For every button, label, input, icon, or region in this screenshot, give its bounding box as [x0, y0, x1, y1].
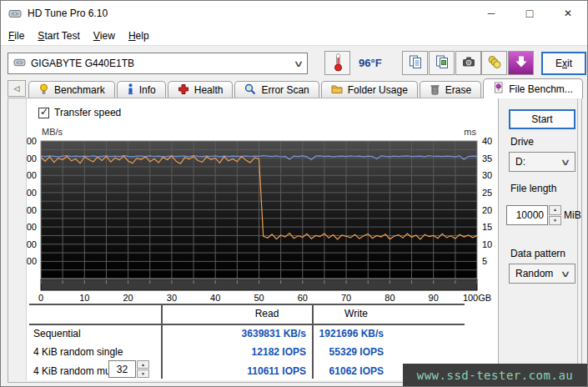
file-length-input[interactable] — [506, 205, 548, 225]
svg-text:ms: ms — [464, 127, 476, 137]
download-arrow-icon — [514, 54, 529, 72]
value-sequential-write: 1921696 KB/s — [310, 328, 384, 341]
benchmark-chart: 5001000150020002500300035004000510152025… — [27, 123, 499, 305]
svg-text:10: 10 — [79, 293, 89, 303]
svg-text:80: 80 — [384, 293, 395, 303]
tab-erase[interactable]: Erase — [420, 81, 481, 98]
svg-text:500: 500 — [27, 256, 37, 266]
tab-error-scan[interactable]: Error Scan — [234, 81, 319, 98]
menu-file[interactable]: File — [2, 26, 31, 45]
value-sequential-read: 3639831 KB/s — [168, 328, 306, 341]
drive-select[interactable]: D: ∨ — [509, 152, 575, 172]
spin-down-icon[interactable]: ▼ — [137, 369, 149, 378]
svg-text:5: 5 — [482, 256, 487, 266]
checkmark-icon: ✓ — [40, 106, 48, 118]
table-header-rule — [29, 324, 465, 325]
svg-text:50: 50 — [254, 293, 264, 303]
tab-folder-usage[interactable]: Folder Usage — [321, 81, 418, 98]
file-length-label: File length — [510, 183, 556, 194]
exit-button[interactable]: Exit — [541, 52, 586, 75]
svg-text:10: 10 — [482, 239, 492, 249]
folder-usage-icon — [331, 83, 343, 97]
svg-text:1000: 1000 — [27, 239, 37, 249]
svg-text:70: 70 — [341, 293, 351, 303]
tab-bar: ◁ Benchmark Info Health Error Scan Folde… — [8, 78, 582, 98]
file-length-spinner: ▲ ▼ — [549, 205, 561, 225]
temperature-value: 96°F — [359, 57, 382, 69]
chart-panel: ✓ Transfer speed 50010001500200025003000… — [26, 98, 499, 380]
checkbox-label: Transfer speed — [54, 107, 121, 118]
menu-view[interactable]: View — [87, 26, 122, 45]
svg-text:3000: 3000 — [27, 170, 37, 180]
queue-depth-input[interactable] — [108, 360, 136, 378]
row-label-random-single: 4 KiB random single — [33, 346, 123, 359]
checkbox-box[interactable]: ✓ — [38, 108, 49, 118]
menu-help[interactable]: Help — [122, 26, 156, 45]
minimize-button[interactable]: ─ — [472, 1, 510, 26]
spin-up-icon[interactable]: ▲ — [549, 205, 561, 215]
svg-text:40: 40 — [482, 136, 492, 146]
svg-text:4000: 4000 — [27, 136, 37, 146]
svg-text:3500: 3500 — [27, 153, 37, 163]
info-icon — [127, 83, 134, 98]
thermometer-icon — [333, 53, 343, 74]
controls-panel: Start Drive D: ∨ File length ▲ ▼ MiB Dat… — [499, 98, 578, 382]
start-button[interactable]: Start — [509, 109, 575, 129]
tab-info[interactable]: Info — [117, 81, 166, 98]
svg-text:35: 35 — [482, 153, 492, 163]
row-label-sequential: Sequential — [33, 328, 81, 341]
transfer-speed-checkbox[interactable]: ✓ Transfer speed — [38, 107, 121, 118]
tab-health[interactable]: Health — [168, 81, 234, 98]
value-random-multi-read: 110611 IOPS — [168, 365, 306, 379]
data-pattern-label: Data pattern — [510, 248, 565, 259]
value-random-multi-write: 61062 IOPS — [310, 365, 384, 379]
svg-text:1500: 1500 — [27, 222, 37, 232]
svg-text:20: 20 — [482, 205, 492, 215]
menu-start-test[interactable]: Start Test — [31, 26, 86, 45]
copy-text-button[interactable] — [402, 51, 428, 75]
app-window: HD Tune Pro 6.10 ─ □ ✕ File Start Test V… — [0, 0, 588, 387]
svg-text:90: 90 — [429, 293, 439, 303]
toolbar: GIGABYTE G440E1TB ∨ 96°F — [1, 45, 587, 78]
table-top-rule — [29, 304, 465, 305]
download-button[interactable] — [508, 51, 534, 75]
disk-icon — [13, 58, 26, 70]
save-results-button[interactable] — [481, 51, 507, 75]
copy-image-icon — [435, 54, 450, 72]
copy-image-button[interactable] — [429, 51, 455, 75]
tab-file-benchmark[interactable]: File Benchm... — [483, 78, 583, 98]
window-title: HD Tune Pro 6.10 — [28, 8, 108, 19]
close-button[interactable]: ✕ — [549, 1, 587, 26]
tab-scroll-left-button[interactable]: ◁ — [8, 80, 26, 97]
spin-down-icon[interactable]: ▼ — [549, 216, 561, 226]
drive-label: Drive — [510, 136, 534, 148]
data-pattern-select[interactable]: Random ∨ — [509, 264, 575, 284]
column-header-write: Write — [281, 308, 431, 321]
file-length-unit: MiB — [564, 209, 581, 221]
svg-text:30: 30 — [482, 170, 492, 180]
queue-depth-spinner: ▲ ▼ — [108, 360, 149, 378]
drive-selector-value: GIGABYTE G440E1TB — [31, 58, 295, 69]
benchmark-bulb-icon — [38, 83, 49, 98]
svg-text:2000: 2000 — [27, 205, 37, 215]
svg-text:0: 0 — [38, 293, 43, 303]
row-label-random-multi: 4 KiB random multi — [33, 365, 118, 379]
drive-selector[interactable]: GIGABYTE G440E1TB ∨ — [8, 53, 308, 74]
title-bar: HD Tune Pro 6.10 ─ □ ✕ — [1, 1, 587, 26]
svg-text:MB/s: MB/s — [42, 127, 63, 137]
maximize-button[interactable]: □ — [510, 1, 549, 26]
file-benchmark-icon — [493, 82, 504, 96]
disk-icon — [8, 8, 22, 19]
watermark: www.ssd-tester.com.au — [403, 364, 587, 386]
chevron-down-icon: ∨ — [294, 58, 304, 69]
spin-up-icon[interactable]: ▲ — [137, 360, 149, 369]
tab-benchmark[interactable]: Benchmark — [28, 81, 115, 98]
temperature-button[interactable] — [324, 51, 350, 75]
screenshot-button[interactable] — [455, 51, 481, 75]
svg-text:30: 30 — [167, 293, 177, 303]
menu-bar: File Start Test View Help — [1, 26, 587, 45]
health-cross-icon — [178, 83, 189, 98]
table-divider-1 — [161, 304, 163, 379]
svg-text:60: 60 — [298, 293, 308, 303]
svg-text:20: 20 — [123, 293, 133, 303]
